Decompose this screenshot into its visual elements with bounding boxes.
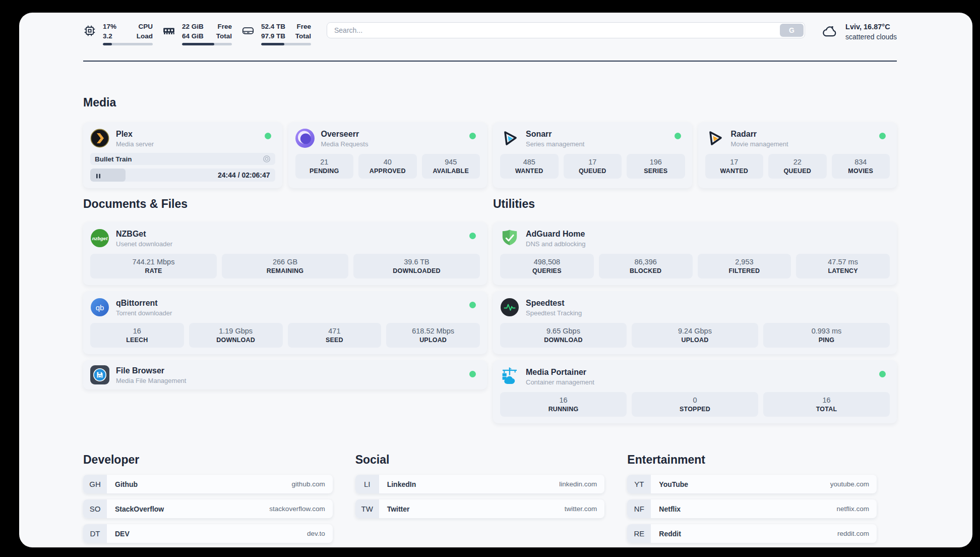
stat-queries: 498,508 QUERIES bbox=[500, 254, 594, 278]
app-card-radarr[interactable]: Radarr Movie management 17 WANTED 22 QUE… bbox=[698, 122, 897, 188]
weather-location-temp: Lviv, 16.87°C bbox=[845, 22, 897, 32]
stat-blocked: 86,396 BLOCKED bbox=[599, 254, 693, 278]
bookmark-url: linkedin.com bbox=[559, 480, 597, 488]
bookmark-name: Netflix bbox=[659, 505, 681, 513]
app-subtitle: Series management bbox=[526, 140, 584, 148]
app-title: Media Portainer bbox=[526, 367, 594, 377]
app-card-qbittorrent[interactable]: qb qBittorrent Torrent downloader 16 LEE… bbox=[83, 291, 487, 354]
bookmarks-area: Developer GH Github github.com SO StackO… bbox=[83, 453, 897, 547]
radarr-icon bbox=[705, 129, 724, 148]
stat-wanted: 17 WANTED bbox=[705, 154, 764, 179]
media-cards-row: Plex Media server Bullet Train bbox=[83, 122, 897, 188]
bookmark-abbr: SO bbox=[83, 499, 107, 518]
bookmark-url: dev.to bbox=[307, 530, 325, 537]
status-dot bbox=[265, 133, 271, 139]
disk-icon bbox=[241, 24, 255, 37]
app-title: Plex bbox=[116, 129, 154, 139]
pause-icon[interactable] bbox=[95, 172, 101, 178]
bookmark-stackoverflow[interactable]: SO StackOverflow stackoverflow.com bbox=[83, 499, 333, 518]
bookmark-name: Github bbox=[115, 480, 138, 488]
stat-wanted: 485 WANTED bbox=[500, 154, 559, 179]
app-card-sonarr[interactable]: Sonarr Series management 485 WANTED 17 Q… bbox=[493, 122, 692, 188]
bookmark-abbr: LI bbox=[355, 475, 379, 493]
app-card-filebrowser[interactable]: File Browser Media File Management bbox=[83, 360, 487, 389]
bookmark-url: github.com bbox=[292, 480, 325, 488]
cpu-load-value: 3.2 bbox=[103, 31, 116, 41]
app-card-speedtest[interactable]: Speedtest Speedtest Tracking 9.65 Gbps D… bbox=[493, 291, 897, 354]
section-heading-media: Media bbox=[83, 96, 897, 109]
stat-latency: 47.57 ms LATENCY bbox=[796, 254, 890, 278]
disk-free-value: 52.4 TB bbox=[261, 22, 285, 31]
cpu-load-label: Load bbox=[137, 31, 153, 41]
app-title: File Browser bbox=[116, 366, 186, 375]
playback-time: 24:44 / 02:06:47 bbox=[218, 171, 270, 179]
app-subtitle: Media Requests bbox=[321, 140, 369, 148]
memory-progress-bar bbox=[182, 43, 232, 45]
search-input[interactable] bbox=[327, 22, 805, 38]
bookmark-abbr: GH bbox=[83, 475, 107, 493]
app-card-adguard[interactable]: AdGuard Home DNS and adblocking 498,508 … bbox=[493, 222, 897, 285]
documents-column: Documents & Files nzbget NZBGet Usenet d… bbox=[83, 188, 487, 396]
app-subtitle: Media File Management bbox=[116, 377, 186, 384]
bookmark-name: Twitter bbox=[387, 505, 410, 513]
bookmark-name: DEV bbox=[115, 530, 130, 538]
bookmark-linkedin[interactable]: LI LinkedIn linkedin.com bbox=[355, 475, 605, 493]
stat-filtered: 2,953 FILTERED bbox=[698, 254, 791, 278]
app-title: Sonarr bbox=[526, 129, 584, 139]
stat-stopped: 0 STOPPED bbox=[632, 392, 758, 417]
bookmark-group-entertainment: Entertainment YT YouTube youtube.com NF … bbox=[627, 453, 877, 547]
bookmark-netflix[interactable]: NF Netflix netflix.com bbox=[627, 499, 877, 518]
stat-upload: 9.24 Gbps UPLOAD bbox=[632, 323, 758, 348]
bookmark-name: StackOverflow bbox=[115, 505, 164, 513]
bookmark-abbr: YT bbox=[627, 475, 651, 493]
weather-widget: Lviv, 16.87°C scattered clouds bbox=[820, 22, 897, 42]
search-engine-button[interactable]: G bbox=[780, 24, 804, 37]
bookmark-url: youtube.com bbox=[830, 480, 869, 488]
app-card-nzbget[interactable]: nzbget NZBGet Usenet downloader 744.21 M… bbox=[83, 222, 487, 285]
app-subtitle: Movie management bbox=[731, 140, 788, 148]
stat-download: 9.65 Gbps DOWNLOAD bbox=[500, 323, 627, 348]
bookmark-abbr: DT bbox=[83, 524, 107, 543]
bookmark-twitter[interactable]: TW Twitter twitter.com bbox=[355, 499, 605, 518]
app-card-overseerr[interactable]: Overseerr Media Requests 21 PENDING 40 A… bbox=[288, 122, 487, 188]
session-view-icon[interactable] bbox=[263, 155, 271, 163]
stat-rate: 744.21 Mbps RATE bbox=[90, 254, 217, 278]
memory-free-value: 22 GiB bbox=[182, 22, 204, 31]
app-card-portainer[interactable]: Media Portainer Container management 16 … bbox=[493, 360, 897, 423]
bookmark-url: twitter.com bbox=[565, 505, 597, 513]
app-subtitle: Usenet downloader bbox=[116, 240, 172, 248]
app-title: AdGuard Home bbox=[526, 229, 586, 239]
bookmark-group-social: Social LI LinkedIn linkedin.com TW Twitt… bbox=[355, 453, 605, 547]
bookmark-name: Reddit bbox=[659, 530, 681, 538]
stat-approved: 40 APPROVED bbox=[358, 154, 417, 179]
memory-monitor: 22 GiB 64 GiB Free Total bbox=[162, 22, 232, 45]
app-subtitle: DNS and adblocking bbox=[526, 240, 586, 248]
section-heading-entertainment: Entertainment bbox=[627, 453, 877, 467]
disk-total-value: 97.9 TB bbox=[261, 31, 285, 41]
disk-monitor: 52.4 TB 97.9 TB Free Total bbox=[241, 22, 311, 45]
bookmark-name: YouTube bbox=[659, 480, 688, 488]
stat-download: 1.19 Gbps DOWNLOAD bbox=[189, 323, 283, 348]
app-card-plex[interactable]: Plex Media server Bullet Train bbox=[83, 122, 282, 188]
stat-remaining: 266 GB REMAINING bbox=[222, 254, 348, 278]
svg-text:nzbget: nzbget bbox=[92, 236, 108, 241]
bookmark-url: netflix.com bbox=[836, 505, 869, 513]
bookmark-abbr: RE bbox=[627, 524, 651, 543]
stat-available: 945 AVAILABLE bbox=[422, 154, 480, 179]
section-heading-developer: Developer bbox=[83, 453, 333, 467]
app-title: Speedtest bbox=[526, 298, 582, 308]
bookmark-dev[interactable]: DT DEV dev.to bbox=[83, 524, 333, 543]
cpu-icon bbox=[83, 24, 96, 37]
stat-seed: 471 SEED bbox=[288, 323, 382, 348]
cpu-usage-value: 17% bbox=[103, 22, 116, 31]
memory-total-label: Total bbox=[216, 31, 232, 41]
bookmark-youtube[interactable]: YT YouTube youtube.com bbox=[627, 475, 877, 493]
bookmark-reddit[interactable]: RE Reddit reddit.com bbox=[627, 524, 877, 543]
cpu-label: CPU bbox=[137, 22, 153, 31]
cpu-progress-bar bbox=[103, 43, 153, 45]
bookmark-name: LinkedIn bbox=[387, 480, 416, 488]
cpu-monitor: 17% 3.2 CPU Load bbox=[83, 22, 153, 45]
app-subtitle: Media server bbox=[116, 140, 154, 148]
dashboard-page: 17% 3.2 CPU Load bbox=[19, 13, 972, 547]
bookmark-github[interactable]: GH Github github.com bbox=[83, 475, 333, 493]
